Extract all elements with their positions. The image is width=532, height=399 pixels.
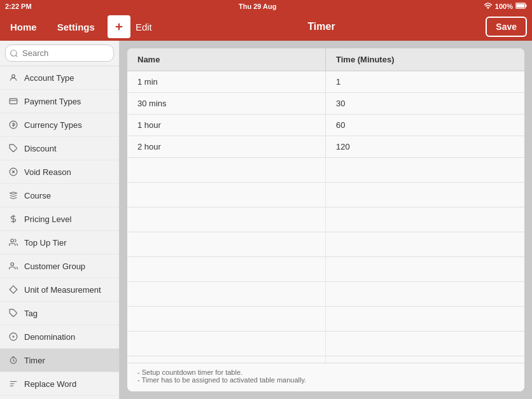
sidebar-item-tag[interactable]: Tag <box>0 302 119 325</box>
table-row-empty <box>127 183 524 207</box>
table-row-empty <box>127 207 524 232</box>
settings-nav[interactable]: Settings <box>47 22 105 32</box>
sidebar-item-customer-group[interactable]: Customer Group <box>0 255 119 278</box>
top-nav: Home Settings Edit Timer Save <box>0 13 532 41</box>
sidebar-label: Course <box>24 191 51 200</box>
svg-rect-2 <box>516 4 524 8</box>
search-input[interactable] <box>5 45 114 62</box>
row-3-time[interactable] <box>326 115 524 136</box>
footer-notes: - Setup countdown timer for table. - Tim… <box>127 363 524 391</box>
sidebar-label: Timer <box>24 356 45 365</box>
table-body <box>127 71 524 363</box>
wifi-icon <box>484 3 493 11</box>
content-area: Name Time (Minutes) <box>120 41 532 399</box>
battery-icon <box>515 3 527 10</box>
name-input[interactable] <box>127 93 326 114</box>
row-1-name[interactable] <box>127 71 326 92</box>
sidebar-item-discount[interactable]: Discount <box>0 137 119 160</box>
sidebar-label: Pricing Level <box>24 214 71 224</box>
sidebar-label: Void Reason <box>24 167 71 177</box>
void-icon <box>8 166 19 178</box>
sidebar-label: Denomination <box>24 332 75 342</box>
sidebar-item-unit-measurement[interactable]: Unit of Measurement <box>0 278 119 302</box>
sidebar: Account Type Payment Types Currency Type… <box>0 41 120 399</box>
time-input[interactable] <box>326 71 524 92</box>
status-bar: 2:22 PM Thu 29 Aug 100% <box>0 0 532 13</box>
search-container <box>0 41 119 66</box>
save-button[interactable]: Save <box>486 17 527 37</box>
content-panel: Name Time (Minutes) <box>127 48 524 391</box>
sidebar-label: Currency Types <box>24 120 82 130</box>
table-header: Name Time (Minutes) <box>127 48 524 71</box>
row-3-name[interactable] <box>127 115 326 136</box>
replace-icon <box>8 378 19 389</box>
footer-note-1: - Setup countdown timer for table. <box>137 368 514 376</box>
add-button[interactable] <box>108 15 130 38</box>
table-row-empty <box>127 158 524 183</box>
header-name: Name <box>127 48 326 71</box>
table-row <box>127 136 524 158</box>
sidebar-item-account-type[interactable]: Account Type <box>0 66 119 90</box>
table-row <box>127 115 524 136</box>
name-input[interactable] <box>127 71 326 92</box>
course-icon <box>8 190 19 201</box>
sidebar-item-timer[interactable]: Timer <box>0 349 119 372</box>
sidebar-item-payment-types[interactable]: Payment Types <box>0 90 119 113</box>
sidebar-label: Customer Group <box>24 262 85 271</box>
row-2-time[interactable] <box>326 93 524 114</box>
svg-rect-6 <box>10 99 17 104</box>
discount-icon <box>8 143 19 154</box>
row-2-name[interactable] <box>127 93 326 114</box>
currency-icon <box>8 119 19 130</box>
ruler-icon <box>8 284 19 295</box>
page-title: Timer <box>157 21 486 32</box>
person-icon <box>8 72 19 83</box>
name-input[interactable] <box>127 136 326 157</box>
time-input[interactable] <box>326 136 524 157</box>
name-input[interactable] <box>127 115 326 136</box>
status-date: Thu 29 Aug <box>239 3 276 10</box>
table-row <box>127 93 524 115</box>
sidebar-item-currency-types[interactable]: Currency Types <box>0 113 119 137</box>
svg-point-15 <box>11 263 14 266</box>
sidebar-label: Top Up Tier <box>24 238 66 248</box>
pricing-icon <box>8 213 19 225</box>
tag-icon <box>8 307 19 319</box>
denom-icon <box>8 331 19 342</box>
table-row-empty <box>127 232 524 257</box>
sidebar-item-replace-word[interactable]: Replace Word <box>0 372 119 396</box>
table-row-empty <box>127 282 524 307</box>
row-1-time[interactable] <box>326 71 524 92</box>
sidebar-item-course[interactable]: Course <box>0 184 119 207</box>
footer-note-2: - Timer has to be assigned to activated … <box>137 376 514 384</box>
topup-icon <box>8 237 19 248</box>
svg-rect-1 <box>526 4 527 7</box>
battery-text: 100% <box>495 3 513 10</box>
sidebar-label: Replace Word <box>24 379 76 389</box>
sidebar-item-top-up-tier[interactable]: Top Up Tier <box>0 231 119 255</box>
table-row-empty <box>127 307 524 332</box>
header-time: Time (Minutes) <box>326 48 524 71</box>
table-row <box>127 71 524 93</box>
row-4-name[interactable] <box>127 136 326 157</box>
svg-point-5 <box>12 74 15 78</box>
table-row-empty <box>127 332 524 356</box>
home-nav[interactable]: Home <box>0 22 47 32</box>
sidebar-item-pricing-level[interactable]: Pricing Level <box>0 207 119 231</box>
sidebar-item-void-reason[interactable]: Void Reason <box>0 160 119 184</box>
sidebar-label: Payment Types <box>24 97 81 106</box>
sidebar-label: Unit of Measurement <box>24 285 101 295</box>
status-time: 2:22 PM <box>5 3 32 10</box>
time-input[interactable] <box>326 93 524 114</box>
timer-icon <box>8 354 19 366</box>
main-layout: Account Type Payment Types Currency Type… <box>0 41 532 399</box>
svg-point-14 <box>11 239 14 242</box>
time-input[interactable] <box>326 115 524 136</box>
edit-button[interactable]: Edit <box>130 22 157 32</box>
table-row-empty <box>127 356 524 363</box>
row-4-time[interactable] <box>326 136 524 157</box>
sidebar-item-button-layout[interactable]: Button Layout <box>0 396 119 399</box>
table-row-empty <box>127 257 524 282</box>
sidebar-label: Tag <box>24 309 38 318</box>
sidebar-item-denomination[interactable]: Denomination <box>0 325 119 349</box>
